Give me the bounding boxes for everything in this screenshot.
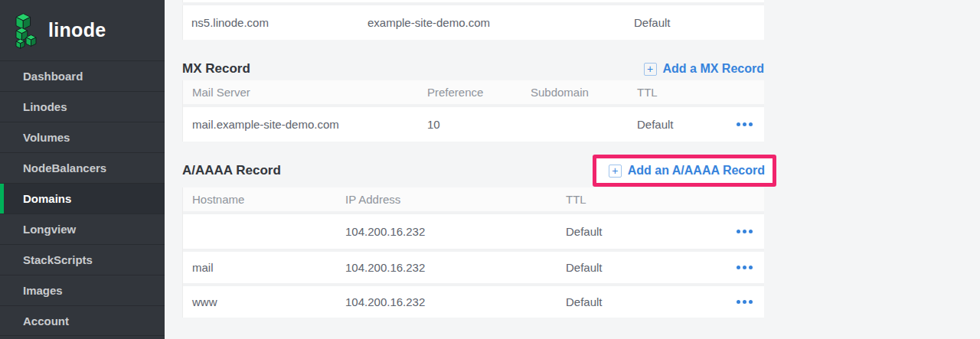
sidebar-item-images[interactable]: Images xyxy=(0,275,165,305)
sidebar-item-nodebalancers[interactable]: NodeBalancers xyxy=(0,152,165,183)
sidebar-item-linodes[interactable]: Linodes xyxy=(0,91,165,122)
linode-cubes-icon xyxy=(11,11,41,51)
table-row: mail 104.200.16.232 Default xyxy=(183,249,764,283)
row-actions-menu-icon[interactable] xyxy=(718,230,764,233)
column-header-hostname: Hostname xyxy=(183,193,336,206)
linode-logo[interactable]: linode xyxy=(0,0,165,60)
sidebar-item-longview[interactable]: Longview xyxy=(0,214,165,244)
a-ttl-cell: Default xyxy=(557,295,718,308)
column-header-ttl: TTL xyxy=(628,86,718,99)
a-section-title: A/AAAA Record xyxy=(182,163,281,178)
sidebar: linode Dashboard Linodes Volumes NodeBal… xyxy=(0,0,165,339)
a-table-header: Hostname IP Address TTL xyxy=(183,187,764,214)
row-actions-menu-icon[interactable] xyxy=(718,266,764,269)
table-row: www 104.200.16.232 Default xyxy=(183,283,764,318)
a-hostname-cell: mail xyxy=(183,261,336,274)
column-header-preference: Preference xyxy=(418,86,521,99)
add-mx-record-label: Add a MX Record xyxy=(663,62,764,76)
column-header-ip-address: IP Address xyxy=(336,193,557,206)
add-a-aaaa-record-button[interactable]: + Add an A/AAAA Record xyxy=(609,164,765,178)
table-row: mail.example-site-demo.com 10 Default xyxy=(183,107,764,142)
add-a-aaaa-record-label: Add an A/AAAA Record xyxy=(628,164,765,178)
a-hostname-cell: www xyxy=(183,295,336,308)
add-mx-record-button[interactable]: + Add a MX Record xyxy=(644,62,764,76)
sidebar-item-volumes[interactable]: Volumes xyxy=(0,122,165,152)
sidebar-item-stackscripts[interactable]: StackScripts xyxy=(0,244,165,275)
plus-icon: + xyxy=(609,165,622,178)
column-header-mail-server: Mail Server xyxy=(183,86,418,99)
row-actions-menu-icon[interactable] xyxy=(718,122,764,126)
table-row: ns5.linode.com example-site-demo.com Def… xyxy=(182,5,764,40)
highlight-annotation: + Add an A/AAAA Record xyxy=(593,155,776,187)
a-ip-cell: 104.200.16.232 xyxy=(336,295,557,308)
main-content: ns5.linode.com example-site-demo.com Def… xyxy=(165,0,980,339)
brand-wordmark: linode xyxy=(48,19,106,41)
ns-record-table: ns5.linode.com example-site-demo.com Def… xyxy=(182,0,764,40)
mx-preference-cell: 10 xyxy=(418,118,521,131)
sidebar-item-account[interactable]: Account xyxy=(0,305,165,336)
ns-name-cell: ns5.linode.com xyxy=(183,16,359,29)
mx-table-header: Mail Server Preference Subdomain TTL xyxy=(183,80,764,107)
column-header-ttl: TTL xyxy=(557,193,718,206)
sidebar-item-dashboard[interactable]: Dashboard xyxy=(0,60,165,91)
plus-icon: + xyxy=(644,63,657,76)
mx-record-table: Mail Server Preference Subdomain TTL mai… xyxy=(182,80,764,142)
table-row: 104.200.16.232 Default xyxy=(183,214,764,249)
row-actions-menu-icon[interactable] xyxy=(718,300,764,304)
mx-section-title: MX Record xyxy=(182,61,250,77)
a-ttl-cell: Default xyxy=(557,225,718,238)
column-header-subdomain: Subdomain xyxy=(521,86,628,99)
mx-section-header: MX Record + Add a MX Record xyxy=(182,57,764,80)
sidebar-item-domains[interactable]: Domains xyxy=(0,183,165,214)
mx-ttl-cell: Default xyxy=(628,118,718,131)
mx-mail-server-cell: mail.example-site-demo.com xyxy=(183,118,418,131)
a-ip-cell: 104.200.16.232 xyxy=(336,261,557,274)
a-record-table: Hostname IP Address TTL 104.200.16.232 D… xyxy=(182,187,764,318)
ns-target-cell: example-site-demo.com xyxy=(359,16,626,29)
a-record-section: A/AAAA Record + Add an A/AAAA Record Hos… xyxy=(182,153,764,318)
a-ip-cell: 104.200.16.232 xyxy=(336,225,557,238)
a-ttl-cell: Default xyxy=(557,261,718,274)
ns-ttl-cell: Default xyxy=(626,16,764,29)
